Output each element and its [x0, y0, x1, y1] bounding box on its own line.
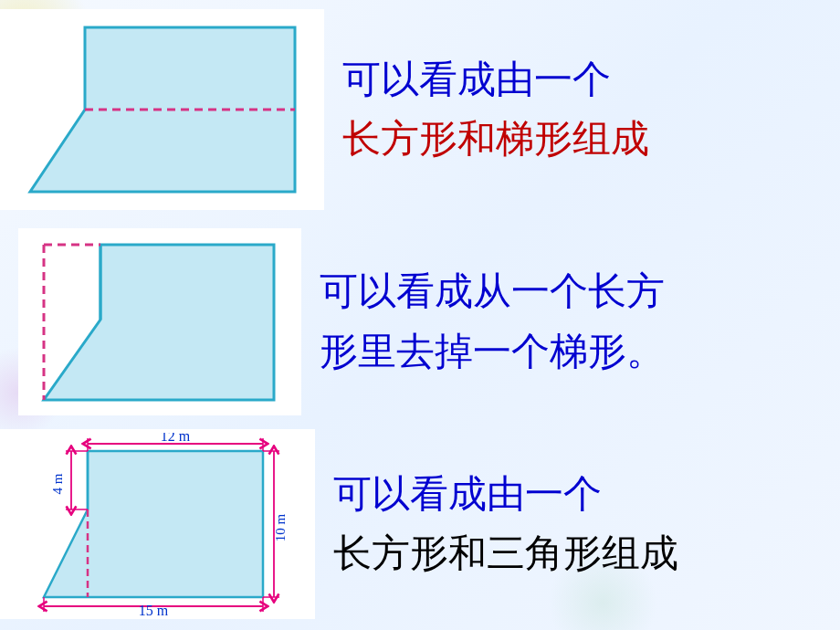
row1-line1: 可以看成由一个: [342, 50, 649, 110]
row2-line1: 可以看成从一个长方: [320, 262, 665, 321]
dim-top-label: 12 m: [160, 433, 190, 444]
figure-1-svg: [12, 18, 313, 201]
row-2: 可以看成从一个长方 形里去掉一个梯形。: [0, 228, 665, 415]
figure-1-container: [0, 9, 324, 210]
figure-3-svg: 12 m 15 m 4 m 10 m: [7, 433, 309, 615]
row3-line1: 可以看成由一个: [333, 465, 678, 524]
row3-line2: 长方形和三角形组成: [333, 524, 678, 583]
text-block-1: 可以看成由一个 长方形和梯形组成: [342, 50, 649, 169]
figure-2-svg: [27, 236, 292, 409]
shape-large-rect-minus-trap: [44, 245, 274, 400]
row-1: 可以看成由一个 长方形和梯形组成: [0, 9, 649, 210]
shape-rect-plus-triangle: [44, 451, 263, 597]
row2-line2: 形里去掉一个梯形。: [320, 322, 665, 382]
text-block-2: 可以看成从一个长方 形里去掉一个梯形。: [320, 262, 665, 381]
text-block-3: 可以看成由一个 长方形和三角形组成: [333, 465, 678, 583]
dim-bottom-label: 15 m: [138, 603, 168, 615]
row1-line2: 长方形和梯形组成: [342, 110, 649, 169]
figure-3-container: 12 m 15 m 4 m 10 m: [0, 429, 315, 619]
dim-left-label: 4 m: [50, 473, 65, 494]
figure-2-container: [18, 228, 301, 415]
dim-right-label: 10 m: [273, 513, 288, 541]
row-3: 12 m 15 m 4 m 10 m 可以看成由一个 长方形和三角形组成: [0, 429, 678, 619]
